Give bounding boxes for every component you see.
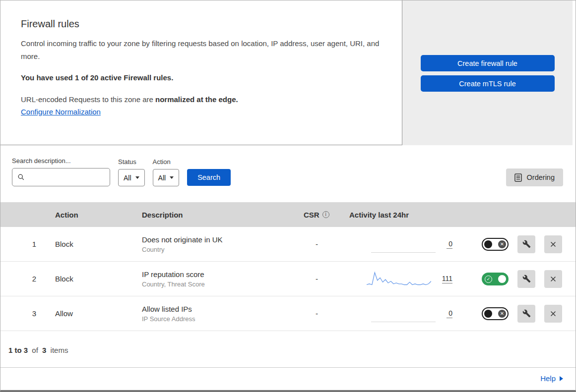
rule-controls: ✓ ✕ (464, 305, 576, 323)
activity-count[interactable]: 111 (442, 275, 452, 283)
rule-fields: Country (142, 246, 293, 253)
filter-bar: Search description... Status All Action … (0, 145, 576, 202)
activity-sparkline (371, 236, 436, 253)
delete-rule-button[interactable] (544, 270, 562, 288)
rule-priority: 2 (0, 275, 45, 283)
action-value: All (158, 174, 166, 182)
status-dropdown[interactable]: All (118, 169, 145, 186)
activity-column-header: Activity last 24hr (340, 211, 464, 219)
action-dropdown[interactable]: All (153, 169, 180, 186)
rule-description: Does not originate in UK (142, 235, 293, 244)
rule-controls: ✓ ✕ (464, 270, 576, 288)
rule-csr: - (293, 309, 340, 318)
items-word: items (51, 346, 68, 354)
status-value: All (124, 174, 131, 182)
ordering-button[interactable]: Ordering (506, 168, 563, 186)
rule-description-cell: Allow listed IPs IP Source Address (132, 305, 293, 323)
toggle-knob (484, 240, 492, 248)
actions-panel: Create firewall rule Create mTLS rule (402, 0, 573, 145)
rule-enabled-toggle[interactable]: ✓ ✕ (482, 307, 509, 320)
help-link[interactable]: Help (540, 374, 563, 383)
description-column-header: Description (132, 211, 293, 219)
header-section: Firewall rules Control incoming traffic … (0, 0, 576, 145)
ordering-list-icon (514, 173, 522, 182)
page-title: Firewall rules (21, 18, 382, 30)
rule-priority: 3 (0, 309, 45, 318)
rule-description: IP reputation score (142, 270, 293, 279)
action-field: Action All (153, 158, 180, 186)
rule-description: Allow listed IPs (142, 305, 293, 313)
search-field: Search description... (12, 157, 110, 186)
wrench-icon (522, 309, 531, 318)
table-row: 3 Allow Allow listed IPs IP Source Addre… (0, 296, 576, 331)
rule-fields: Country, Threat Score (142, 280, 293, 288)
rule-description-cell: IP reputation score Country, Threat Scor… (132, 270, 293, 288)
help-bar: Help (0, 367, 576, 390)
delete-rule-button[interactable] (544, 305, 562, 323)
items-range: 1 to 3 (8, 346, 28, 354)
info-icon[interactable]: i (322, 211, 329, 218)
rule-controls: ✓ ✕ (464, 235, 576, 253)
activity-sparkline (371, 305, 436, 322)
x-icon: ✕ (498, 240, 506, 248)
rule-action: Allow (45, 309, 132, 318)
chevron-down-icon (135, 176, 139, 179)
wrench-icon (522, 240, 531, 248)
search-button[interactable]: Search (187, 169, 231, 186)
activity-count[interactable]: 0 (447, 240, 452, 249)
normalization-prefix: URL-encoded Requests to this zone are (21, 95, 153, 104)
x-icon: ✕ (498, 310, 506, 318)
activity-cell: 0 (340, 305, 464, 322)
status-label: Status (118, 158, 145, 166)
close-icon (549, 310, 557, 318)
close-icon (549, 240, 557, 248)
status-field: Status All (118, 158, 145, 186)
toggle-knob (498, 275, 506, 283)
rule-priority: 1 (0, 240, 45, 248)
create-firewall-rule-button[interactable]: Create firewall rule (421, 55, 555, 71)
normalization-text: URL-encoded Requests to this zone are no… (21, 95, 382, 104)
create-mtls-rule-button[interactable]: Create mTLS rule (421, 75, 555, 92)
check-icon: ✓ (485, 276, 492, 283)
toggle-knob (484, 310, 492, 318)
table-row: 2 Block IP reputation score Country, Thr… (0, 262, 576, 296)
rule-description-cell: Does not originate in UK Country (132, 235, 293, 253)
wrench-icon (522, 275, 531, 283)
rule-enabled-toggle[interactable]: ✓ ✕ (482, 273, 509, 285)
intro-card: Firewall rules Control incoming traffic … (0, 0, 402, 145)
search-box[interactable] (12, 168, 110, 186)
chevron-down-icon (170, 176, 174, 179)
search-input[interactable] (29, 173, 105, 181)
activity-count[interactable]: 0 (447, 309, 452, 318)
rule-action: Block (45, 275, 132, 283)
help-label: Help (540, 374, 556, 383)
edit-rule-button[interactable] (517, 305, 535, 323)
pagination-summary: 1 to 3 of 3 items (0, 331, 576, 367)
normalization-bold: normalized at the edge. (155, 95, 238, 104)
rule-enabled-toggle[interactable]: ✓ ✕ (482, 238, 509, 251)
arrow-right-icon (560, 376, 563, 381)
close-icon (549, 275, 557, 283)
action-label: Action (153, 158, 180, 166)
rule-csr: - (293, 275, 340, 283)
items-total: 3 (42, 346, 46, 354)
activity-cell: 111 (340, 271, 464, 287)
edit-rule-button[interactable] (517, 235, 535, 253)
csr-column-header: CSR i (293, 211, 340, 219)
table-header: Action Description CSR i Activity last 2… (0, 202, 576, 227)
page-description: Control incoming traffic to your zone by… (21, 37, 382, 63)
search-icon (17, 173, 25, 181)
activity-sparkline (367, 271, 431, 287)
table-row: 1 Block Does not originate in UK Country… (0, 227, 576, 262)
configure-normalization-link[interactable]: Configure Normalization (21, 108, 101, 116)
delete-rule-button[interactable] (544, 235, 562, 253)
action-column-header: Action (45, 211, 132, 219)
rule-csr: - (293, 240, 340, 248)
activity-cell: 0 (340, 236, 464, 253)
rule-action: Block (45, 240, 132, 248)
search-label: Search description... (12, 157, 110, 165)
edit-rule-button[interactable] (517, 270, 535, 288)
items-of: of (32, 346, 38, 354)
ordering-label: Ordering (527, 173, 555, 181)
usage-text: You have used 1 of 20 active Firewall ru… (21, 73, 382, 82)
